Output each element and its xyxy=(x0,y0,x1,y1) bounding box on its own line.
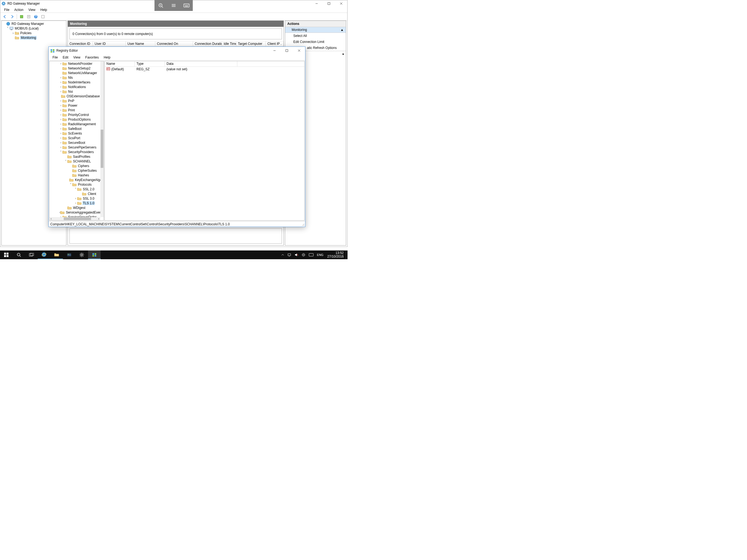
chevron-down-icon[interactable]: ˅ xyxy=(59,150,62,153)
reg-tree-node[interactable]: ›ScsiPort xyxy=(50,136,100,140)
menu-favorites[interactable]: Favorites xyxy=(83,55,101,60)
properties-button[interactable] xyxy=(26,14,32,20)
col-data[interactable]: Data xyxy=(165,61,237,67)
taskbar-regedit[interactable] xyxy=(88,251,101,259)
reg-tree-node[interactable]: ›PnP xyxy=(50,98,100,103)
action-edit-limit[interactable]: Edit Connection Limit xyxy=(285,39,346,45)
menu-view[interactable]: View xyxy=(71,55,83,60)
chevron-down-icon[interactable]: ˅ xyxy=(69,183,72,186)
menu-help[interactable]: Help xyxy=(38,7,50,12)
chevron-right-icon[interactable]: › xyxy=(59,136,62,139)
menu-action[interactable]: Action xyxy=(12,7,25,12)
toolbar-button-extra[interactable] xyxy=(40,14,46,20)
scroll-right-icon[interactable]: › xyxy=(97,217,100,221)
show-desktop-button[interactable] xyxy=(346,251,347,259)
help-button[interactable]: ? xyxy=(33,14,39,20)
chevron-right-icon[interactable]: › xyxy=(59,104,62,107)
reg-tree-node[interactable]: ›SecurePipeServers xyxy=(50,145,100,150)
reg-tree-node[interactable]: ›NetworkProvider xyxy=(50,61,100,66)
reg-tree-node[interactable]: ›ScEvents xyxy=(50,131,100,136)
col-connection-id[interactable]: Connection ID xyxy=(68,41,93,46)
reg-tree-node[interactable]: Hashes xyxy=(50,173,100,177)
reg-tree-node[interactable]: NetworkUxManager xyxy=(50,71,100,75)
reg-tree-node[interactable]: OSExtensionDatabase xyxy=(50,94,100,98)
reg-tree-node[interactable]: ›ProductOptions xyxy=(50,117,100,122)
regedit-titlebar[interactable]: Registry Editor xyxy=(49,47,305,54)
menu-lines-icon[interactable] xyxy=(170,2,177,9)
minimize-button[interactable] xyxy=(310,0,323,7)
chevron-right-icon[interactable]: › xyxy=(59,85,62,88)
chevron-right-icon[interactable]: › xyxy=(59,127,62,130)
taskbar-ie[interactable] xyxy=(38,251,50,259)
reg-tree-node[interactable]: ˅Protocols xyxy=(50,182,100,187)
col-extra[interactable] xyxy=(237,61,304,67)
col-target-computer[interactable]: Target Computer xyxy=(236,41,266,46)
chevron-right-icon[interactable]: › xyxy=(59,62,62,65)
reg-tree-node[interactable]: ›SecureBoot xyxy=(50,140,100,145)
tray-app-icon[interactable] xyxy=(300,251,307,259)
reg-tree-node[interactable]: ›Print xyxy=(50,108,100,112)
chevron-right-icon[interactable]: › xyxy=(59,76,62,79)
chevron-right-icon[interactable]: › xyxy=(59,81,62,84)
menu-edit[interactable]: Edit xyxy=(60,55,71,60)
taskbar-server-manager[interactable] xyxy=(63,251,75,259)
tree-policies[interactable]: › Policies xyxy=(2,31,66,35)
taskbar-settings[interactable] xyxy=(75,251,88,259)
scroll-thumb[interactable] xyxy=(64,218,91,220)
reg-tree-node[interactable]: ›Nls xyxy=(50,75,100,80)
col-client-ip[interactable]: Client IP . xyxy=(266,41,284,46)
chevron-right-icon[interactable]: › xyxy=(74,202,77,205)
reg-tree-node[interactable]: CipherSuites xyxy=(50,168,100,173)
horizontal-scrollbar[interactable]: ‹ › xyxy=(50,217,100,221)
tray-language[interactable]: ENG xyxy=(315,251,325,259)
chevron-right-icon[interactable]: › xyxy=(59,118,62,121)
task-view-button[interactable] xyxy=(25,251,38,259)
start-button[interactable] xyxy=(0,251,12,259)
col-name[interactable]: Name xyxy=(105,61,135,67)
tray-keyboard-icon[interactable] xyxy=(307,251,315,259)
tree-monitoring[interactable]: Monitoring xyxy=(2,35,66,40)
regedit-values-panel[interactable]: Name Type Data ab (Default) REG_SZ (valu… xyxy=(104,61,305,221)
chevron-right-icon[interactable]: › xyxy=(59,146,62,149)
taskbar-explorer[interactable] xyxy=(50,251,63,259)
reg-tree-node[interactable]: ›TLS 1.0 xyxy=(50,201,100,205)
reg-tree-node[interactable]: Client xyxy=(50,192,100,196)
expand-icon[interactable]: › xyxy=(11,31,15,35)
minimize-button[interactable] xyxy=(268,47,281,54)
reg-tree-node[interactable]: ›Power xyxy=(50,103,100,108)
reg-tree-node[interactable]: KeyExchangeAlgor xyxy=(50,177,100,182)
chevron-right-icon[interactable]: › xyxy=(59,132,62,135)
reg-tree-node[interactable]: SaslProfiles xyxy=(50,154,100,159)
reg-tree-node[interactable]: WDigest xyxy=(50,205,100,210)
tree-server[interactable]: ˅ MOBIUS (Local) xyxy=(2,26,66,31)
reg-tree-node[interactable]: NetworkSetup2 xyxy=(50,66,100,71)
actions-section[interactable]: Monitoring ▲ xyxy=(285,27,346,33)
col-user-name[interactable]: User Name xyxy=(126,41,155,46)
back-button[interactable] xyxy=(2,14,8,20)
tray-clock[interactable]: 13:52 27/10/2016 xyxy=(325,251,346,258)
scroll-thumb[interactable] xyxy=(101,130,103,168)
tray-chevron-up-icon[interactable] xyxy=(280,251,286,259)
value-row[interactable]: ab (Default) REG_SZ (value not set) xyxy=(105,67,304,72)
reg-tree-node[interactable]: ›ServiceGroupOrder xyxy=(50,215,100,217)
tree-root[interactable]: RD Gateway Manager xyxy=(2,21,66,26)
scroll-left-icon[interactable]: ‹ xyxy=(50,217,53,221)
close-button[interactable] xyxy=(293,47,305,54)
menu-view[interactable]: View xyxy=(26,7,38,12)
chevron-right-icon[interactable]: › xyxy=(74,197,77,200)
column-headers[interactable]: Connection ID User ID User Name Connecte… xyxy=(68,41,284,47)
action-select-all[interactable]: Select All xyxy=(285,33,346,39)
search-button[interactable] xyxy=(12,251,25,259)
resize-grip-icon[interactable] xyxy=(301,223,305,226)
col-user-id[interactable]: User ID xyxy=(93,41,126,46)
keyboard-icon[interactable] xyxy=(183,2,190,9)
taskbar[interactable]: ENG 13:52 27/10/2016 xyxy=(0,251,347,259)
chevron-right-icon[interactable]: › xyxy=(59,99,62,102)
tray-network-icon[interactable] xyxy=(286,251,293,259)
reg-tree-node[interactable]: ˅SCHANNEL xyxy=(50,159,100,163)
menu-file[interactable]: File xyxy=(50,55,60,60)
menu-file[interactable]: File xyxy=(2,7,11,12)
reg-tree-node[interactable]: ˅SecurityProviders xyxy=(50,150,100,154)
chevron-right-icon[interactable]: › xyxy=(59,90,62,93)
chevron-right-icon[interactable]: › xyxy=(59,141,62,144)
